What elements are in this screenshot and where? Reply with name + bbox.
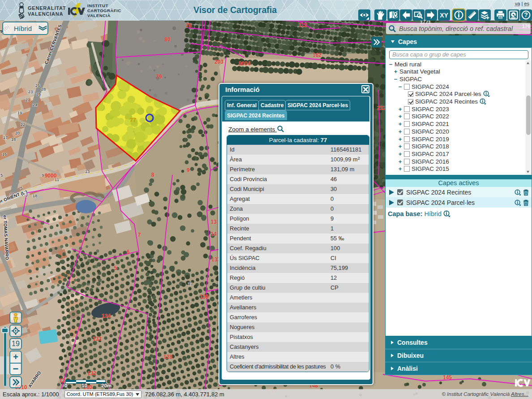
svg-text:11: 11 — [55, 177, 59, 182]
svg-text:80: 80 — [164, 36, 171, 43]
svg-text:9004: 9004 — [239, 61, 251, 67]
svg-text:17: 17 — [3, 135, 8, 140]
svg-text:112: 112 — [298, 22, 307, 28]
svg-text:8: 8 — [151, 172, 154, 178]
svg-text:18: 18 — [11, 137, 16, 142]
svg-text:128: 128 — [163, 354, 172, 360]
svg-text:76: 76 — [185, 22, 192, 29]
svg-text:203: 203 — [215, 59, 223, 65]
svg-text:20: 20 — [15, 130, 20, 135]
svg-text:5: 5 — [114, 265, 117, 271]
svg-text:132: 132 — [87, 370, 96, 377]
svg-text:6: 6 — [127, 249, 130, 255]
svg-text:133: 133 — [93, 336, 102, 342]
svg-text:5: 5 — [20, 186, 22, 191]
svg-text:28: 28 — [41, 87, 46, 91]
svg-text:21: 21 — [26, 97, 30, 102]
svg-text:9: 9 — [187, 167, 190, 173]
svg-text:19: 19 — [17, 110, 22, 115]
svg-text:18: 18 — [33, 193, 38, 198]
svg-text:79: 79 — [156, 74, 162, 80]
svg-text:77: 77 — [130, 117, 136, 123]
svg-text:16: 16 — [2, 152, 7, 156]
svg-text:13: 13 — [188, 281, 193, 286]
svg-text:13: 13 — [210, 219, 217, 225]
svg-text:134: 134 — [102, 313, 111, 319]
svg-text:25: 25 — [35, 83, 40, 88]
svg-text:24: 24 — [33, 102, 38, 107]
svg-text:7: 7 — [138, 232, 141, 238]
svg-text:145: 145 — [443, 374, 452, 381]
svg-text:9: 9 — [42, 173, 44, 178]
svg-text:14: 14 — [210, 231, 217, 237]
svg-text:?: ? — [524, 11, 528, 18]
svg-text:5: 5 — [0, 173, 3, 178]
svg-text:136: 136 — [200, 294, 209, 300]
svg-text:26: 26 — [36, 91, 41, 96]
svg-text:162: 162 — [313, 52, 322, 58]
svg-text:22: 22 — [21, 122, 26, 127]
svg-text:23: 23 — [28, 89, 33, 94]
svg-text:13: 13 — [85, 169, 90, 174]
